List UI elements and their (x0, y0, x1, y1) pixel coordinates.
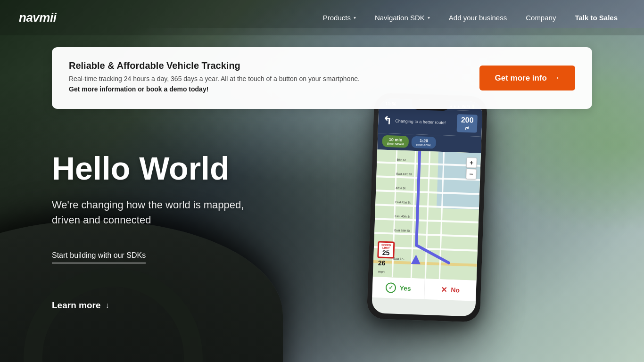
svg-text:East 41st St: East 41st St (395, 201, 411, 204)
promo-banner: Reliable & Affordable Vehicle Tracking R… (52, 47, 592, 109)
get-more-info-arrow-icon: → (552, 73, 560, 83)
map-svg: 50th St East 43rd St 42nd St East 41st S… (373, 149, 481, 280)
get-more-info-label: Get more info (495, 74, 547, 83)
current-speed-value: 26 (378, 259, 386, 266)
nav-add-business[interactable]: Add your business (441, 10, 514, 25)
svg-text:42nd St: 42nd St (396, 187, 405, 190)
phone-screen: 11:56 ▲▲▲ WiFi 🔋 ↰ Changing to a better … (372, 98, 483, 316)
turn-direction-icon: ↰ (383, 115, 392, 127)
learn-more-label: Learn more (52, 300, 100, 311)
products-chevron-icon: ▾ (354, 15, 356, 20)
navigation-sdk-chevron-icon: ▾ (428, 15, 430, 20)
phone-outer: 11:56 ▲▲▲ WiFi 🔋 ↰ Changing to a better … (367, 92, 488, 322)
nav-products[interactable]: Products ▾ (315, 10, 363, 25)
get-more-info-button[interactable]: Get more info → (479, 66, 575, 90)
banner-cta-text: Get more information or book a demo toda… (69, 85, 360, 93)
speed-limit-value: 25 (380, 249, 392, 256)
banner-text-section: Reliable & Affordable Vehicle Tracking R… (69, 60, 360, 96)
nav-instruction-bar: ↰ Changing to a better route! 200 yd (378, 107, 482, 137)
nav-add-business-label: Add your business (449, 14, 507, 22)
banner-title: Reliable & Affordable Vehicle Tracking (69, 60, 360, 71)
distance-badge: 200 yd (457, 114, 478, 132)
current-speed-unit: mph (378, 270, 385, 273)
start-building-link[interactable]: Start building with our SDKs (52, 251, 146, 263)
speed-limit-sign: SPEED LIMIT 25 (377, 241, 395, 258)
banner-description: Real-time tracking 24 hours a day, 365 d… (69, 75, 360, 82)
distance-unit: yd (465, 126, 470, 130)
svg-text:East 38th St: East 38th St (394, 229, 410, 232)
hero-subtitle: We're changing how the world is mapped,d… (52, 197, 244, 228)
instruction-text: Changing to a better route! (395, 119, 454, 125)
logo-text: navmii (19, 10, 56, 25)
yes-button[interactable]: ✓ Yes (372, 277, 425, 299)
checkmark-icon: ✓ (385, 282, 396, 293)
yes-label: Yes (399, 284, 411, 292)
hero-title: Hello World (52, 151, 244, 186)
nav-navigation-sdk[interactable]: Navigation SDK ▾ (367, 10, 438, 25)
svg-text:East 40th St: East 40th St (395, 215, 410, 218)
learn-more-arrow-icon: ↓ (105, 301, 109, 310)
map-zoom-controls: + − (466, 157, 477, 180)
arrive-label: new arriv. (416, 143, 431, 147)
current-speed-display: 26 mph (378, 259, 386, 275)
learn-more-link[interactable]: Learn more ↓ (52, 300, 244, 311)
nav-navigation-sdk-label: Navigation SDK (375, 14, 425, 22)
navbar-links: Products ▾ Navigation SDK ▾ Add your bus… (315, 10, 625, 25)
zoom-in-button[interactable]: + (466, 157, 477, 168)
nav-company-label: Company (526, 14, 556, 22)
distance-value: 200 (461, 116, 474, 124)
svg-text:East 43rd St: East 43rd St (396, 173, 412, 176)
eta-saved-label: time saved (387, 142, 404, 146)
svg-text:East 37...: East 37... (393, 257, 405, 261)
map-area: 50th St East 43rd St 42nd St East 41st S… (373, 149, 481, 280)
nav-products-label: Products (323, 14, 351, 22)
arrive-time-pill: 1:20 new arriv. (412, 136, 437, 149)
x-icon: ✕ (441, 285, 447, 294)
navbar: navmii Products ▾ Navigation SDK ▾ Add y… (0, 0, 644, 35)
arrive-time: 1:20 (420, 138, 428, 143)
eta-time-pill: 10 min time saved (382, 135, 409, 148)
start-building-label: Start building with our SDKs (52, 251, 146, 259)
no-button[interactable]: ✕ No (424, 279, 477, 301)
logo[interactable]: navmii (19, 10, 56, 25)
nav-company[interactable]: Company (518, 10, 563, 25)
no-label: No (451, 286, 460, 294)
phone-mockup: 11:56 ▲▲▲ WiFi 🔋 ↰ Changing to a better … (367, 92, 488, 322)
nav-talk-to-sales-label: Talk to Sales (575, 14, 618, 22)
hero-content: Hello World We're changing how the world… (52, 151, 244, 311)
nav-talk-to-sales[interactable]: Talk to Sales (567, 10, 625, 25)
yes-no-bar: ✓ Yes ✕ No (372, 277, 476, 301)
svg-text:50th St: 50th St (396, 158, 406, 162)
zoom-out-button[interactable]: − (466, 169, 477, 180)
